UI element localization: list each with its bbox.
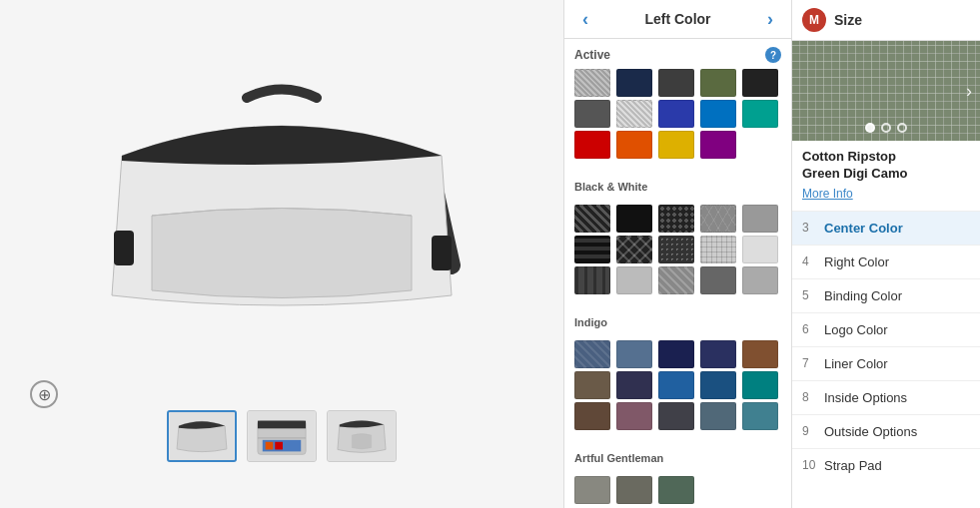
swatch-brown[interactable]: [742, 340, 778, 368]
swatch-teal[interactable]: [742, 100, 778, 128]
swatch-woven-black[interactable]: [574, 205, 610, 233]
swatch-light-mesh[interactable]: [700, 236, 736, 263]
selected-color-name: Cotton RipstopGreen Digi Camo: [792, 141, 980, 187]
color-picker-panel: ‹ Left Color › Active ?: [564, 0, 792, 508]
option-item-strap-pad[interactable]: 10 Strap Pad: [792, 448, 980, 482]
preview-dot-2[interactable]: [881, 123, 891, 133]
option-label-strap-pad: Strap Pad: [824, 458, 882, 473]
option-number-3: 3: [802, 221, 816, 235]
swatch-mid-gray[interactable]: [742, 266, 778, 294]
option-item-outside-options[interactable]: 9 Outside Options: [792, 414, 980, 448]
zoom-button[interactable]: ⊕: [30, 380, 58, 408]
option-item-center-color[interactable]: 3 Center Color: [792, 211, 980, 245]
artful-section-divider: Artful Gentleman: [564, 446, 791, 468]
help-icon[interactable]: ?: [765, 47, 781, 63]
swatch-slate[interactable]: [658, 402, 694, 430]
option-number-9: 9: [802, 424, 816, 438]
option-label-binding-color: Binding Color: [824, 288, 902, 303]
option-item-logo-color[interactable]: 6 Logo Color: [792, 312, 980, 346]
svg-rect-1: [432, 236, 452, 270]
indigo-section-divider: Indigo: [564, 310, 791, 332]
swatch-black-solid[interactable]: [616, 205, 652, 233]
swatch-blue-gray[interactable]: [700, 402, 736, 430]
svg-rect-9: [275, 442, 283, 450]
option-item-liner-color[interactable]: 7 Liner Color: [792, 346, 980, 380]
swatch-black[interactable]: [742, 69, 778, 97]
active-section-header: Active ?: [574, 47, 781, 63]
preview-dot-3[interactable]: [897, 123, 907, 133]
swatch-deep-navy[interactable]: [658, 340, 694, 368]
more-info-link[interactable]: More Info: [792, 187, 980, 211]
swatch-dark-brown[interactable]: [574, 402, 610, 430]
swatch-black-stripe[interactable]: [574, 236, 610, 263]
option-label-logo-color: Logo Color: [824, 322, 888, 337]
swatch-medium-blue[interactable]: [658, 371, 694, 399]
swatch-medium-gray[interactable]: [742, 205, 778, 233]
next-color-arrow[interactable]: ›: [759, 8, 781, 30]
swatch-medium-dark[interactable]: [700, 266, 736, 294]
swatch-teal-green[interactable]: [742, 371, 778, 399]
option-number-10: 10: [802, 458, 816, 472]
swatch-taupe[interactable]: [616, 476, 652, 504]
option-item-inside-options[interactable]: 8 Inside Options: [792, 380, 980, 414]
swatch-purple[interactable]: [700, 131, 736, 159]
prev-color-arrow[interactable]: ‹: [574, 8, 596, 30]
swatch-textured-black[interactable]: [658, 205, 694, 233]
swatch-charcoal[interactable]: [658, 69, 694, 97]
thumbnail-3[interactable]: [327, 410, 397, 462]
swatch-stone[interactable]: [574, 476, 610, 504]
option-item-binding-color[interactable]: 5 Binding Color: [792, 278, 980, 312]
swatch-gray-hex[interactable]: [700, 205, 736, 233]
option-item-right-color[interactable]: 4 Right Color: [792, 245, 980, 278]
swatch-yellow[interactable]: [658, 131, 694, 159]
swatch-dark-indigo[interactable]: [616, 371, 652, 399]
swatch-denim-blue[interactable]: [574, 340, 610, 368]
swatch-khaki[interactable]: [574, 371, 610, 399]
options-title: Size: [834, 12, 862, 28]
swatch-ocean[interactable]: [742, 402, 778, 430]
swatch-weave[interactable]: [658, 266, 694, 294]
swatch-steel-blue[interactable]: [616, 340, 652, 368]
svg-rect-0: [114, 231, 134, 265]
swatch-chevron[interactable]: [616, 236, 652, 263]
swatch-dark-gray[interactable]: [574, 100, 610, 128]
option-label-outside-options: Outside Options: [824, 424, 917, 439]
swatch-navy[interactable]: [616, 69, 652, 97]
color-panel-header: ‹ Left Color ›: [564, 0, 791, 39]
indigo-color-section: [564, 332, 791, 446]
preview-dot-1[interactable]: [865, 123, 875, 133]
option-label-liner-color: Liner Color: [824, 356, 888, 371]
thumbnail-2[interactable]: [247, 410, 317, 462]
svg-rect-8: [266, 442, 274, 450]
swatch-red[interactable]: [574, 131, 610, 159]
product-image-area: ⊕: [0, 0, 564, 508]
svg-rect-5: [258, 421, 306, 429]
swatch-silver[interactable]: [574, 69, 610, 97]
option-label-right-color: Right Color: [824, 254, 889, 269]
swatch-navy-indigo[interactable]: [700, 340, 736, 368]
swatch-steel[interactable]: [700, 371, 736, 399]
swatch-sage[interactable]: [658, 476, 694, 504]
artful-color-section: [564, 468, 791, 508]
swatch-light-gray-solid[interactable]: [742, 236, 778, 263]
swatch-dark-block[interactable]: [574, 266, 610, 294]
swatch-mauve[interactable]: [616, 402, 652, 430]
swatch-blue[interactable]: [658, 100, 694, 128]
preview-next-arrow[interactable]: ›: [966, 81, 972, 102]
preview-dot-container: [865, 123, 907, 133]
swatch-silver-gray[interactable]: [616, 266, 652, 294]
options-panel: M Size › Cotton RipstopGreen Digi Camo M…: [792, 0, 980, 508]
active-color-section: Active ?: [564, 39, 791, 175]
swatch-royal-blue[interactable]: [700, 100, 736, 128]
artful-color-grid: [574, 476, 781, 504]
swatch-light-gray[interactable]: [616, 100, 652, 128]
swatch-olive[interactable]: [700, 69, 736, 97]
thumbnail-1[interactable]: [167, 410, 237, 462]
swatch-dot-black[interactable]: [658, 236, 694, 263]
options-header: M Size: [792, 0, 980, 41]
swatch-orange[interactable]: [616, 131, 652, 159]
option-number-5: 5: [802, 288, 816, 302]
bw-color-grid: [574, 205, 781, 294]
size-badge: M: [802, 8, 826, 32]
thumbnail-list: [167, 410, 397, 462]
